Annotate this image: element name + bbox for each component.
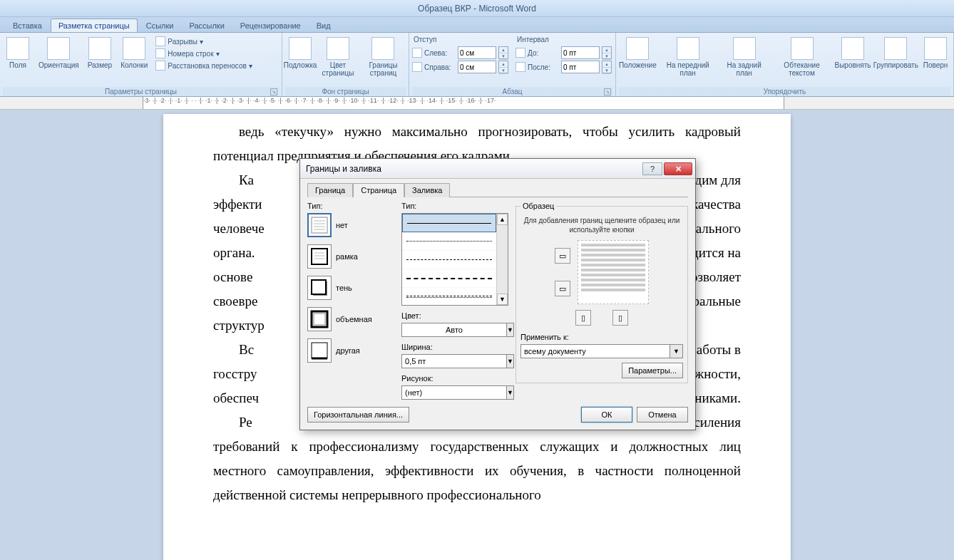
- color-label: Цвет:: [401, 311, 508, 320]
- group-icon: [884, 37, 907, 60]
- size-button[interactable]: Размер: [85, 36, 115, 71]
- tab-review[interactable]: Рецензирование: [233, 19, 308, 32]
- group-page-background: Подложка Цвет страницы Границы страниц Ф…: [282, 33, 409, 96]
- apply-to-combo[interactable]: ▼: [520, 344, 683, 358]
- setting-3d[interactable]: объемная: [307, 307, 394, 331]
- tab-view[interactable]: Вид: [309, 19, 338, 32]
- width-label: Ширина:: [401, 343, 508, 351]
- group-paragraph: Отступ Слева:▲▼ Справа:▲▼ Интервал До:▲▼…: [409, 33, 616, 96]
- chevron-down-icon[interactable]: ▼: [507, 385, 514, 400]
- breaks-icon: [155, 36, 165, 46]
- border-left-button[interactable]: ▯: [575, 310, 591, 326]
- tab-insert[interactable]: Вставка: [6, 19, 49, 32]
- style-option[interactable]: [402, 288, 496, 305]
- tab-references[interactable]: Ссылки: [139, 19, 181, 32]
- columns-button[interactable]: Колонки: [118, 36, 150, 71]
- chevron-down-icon[interactable]: ▼: [670, 344, 683, 358]
- hyphenation-button[interactable]: Расстановка переносов ▾: [153, 60, 254, 71]
- setting-none-icon: [307, 213, 332, 237]
- ribbon-tabs: Вставка Разметка страницы Ссылки Рассылк…: [0, 17, 954, 33]
- preview-legend: Образец: [520, 202, 556, 210]
- group-arrange-label: Упорядочить: [619, 87, 950, 96]
- svg-rect-5: [312, 249, 327, 264]
- svg-rect-0: [312, 217, 327, 233]
- margins-icon: [6, 37, 29, 60]
- setting-none[interactable]: нет: [307, 213, 394, 237]
- watermark-button[interactable]: Подложка: [285, 36, 315, 71]
- chevron-down-icon[interactable]: ▼: [507, 323, 514, 337]
- orientation-button[interactable]: Ориентация: [36, 36, 82, 71]
- page-setup-launcher[interactable]: ↘: [270, 88, 277, 95]
- style-option[interactable]: [402, 269, 496, 288]
- send-back-icon: [733, 37, 756, 60]
- dialog-tab-shading[interactable]: Заливка: [404, 183, 450, 197]
- indent-left-spinner[interactable]: ▲▼: [498, 46, 508, 59]
- page-borders-button[interactable]: Границы страниц: [361, 36, 406, 78]
- group-arrange: Положение На передний план На задний пла…: [616, 33, 954, 96]
- border-top-button[interactable]: ▭: [555, 248, 570, 264]
- text-wrap-button[interactable]: Обтекание текстом: [772, 36, 832, 78]
- line-numbers-button[interactable]: Номера строк ▾: [153, 48, 254, 59]
- preview-page[interactable]: [578, 240, 649, 304]
- options-button[interactable]: Параметры...: [622, 363, 683, 378]
- spacing-before-spinner[interactable]: ▲▼: [602, 46, 612, 59]
- border-bottom-button[interactable]: ▭: [555, 281, 570, 296]
- svg-rect-10: [312, 280, 326, 294]
- cancel-button[interactable]: Отмена: [637, 407, 688, 422]
- tab-mailings[interactable]: Рассылки: [182, 19, 231, 32]
- paragraph-launcher[interactable]: ↘: [604, 88, 611, 95]
- ok-button[interactable]: ОК: [581, 407, 632, 422]
- group-button[interactable]: Группировать: [874, 36, 918, 71]
- send-back-button[interactable]: На задний план: [719, 36, 769, 78]
- breaks-button[interactable]: Разрывы ▾: [153, 36, 254, 47]
- margins-button[interactable]: Поля: [3, 36, 33, 71]
- doc-paragraph[interactable]: требований к профессионализму государств…: [213, 435, 741, 507]
- size-icon: [88, 37, 111, 60]
- tab-page-layout[interactable]: Разметка страницы: [51, 19, 138, 32]
- window-title: Образец ВКР - Microsoft Word: [418, 4, 536, 14]
- dialog-tab-border[interactable]: Граница: [307, 183, 353, 197]
- horizontal-ruler[interactable]: ·3· ·|· ·2· ·|· ·1· ·|· · · ·|· ·1· ·|· …: [0, 97, 954, 110]
- dialog-help-button[interactable]: ?: [642, 162, 662, 175]
- border-color-combo[interactable]: ▼: [401, 323, 508, 337]
- page-color-button[interactable]: Цвет страницы: [318, 36, 358, 78]
- horizontal-line-button[interactable]: Горизонтальная линия...: [307, 407, 409, 422]
- setting-shadow[interactable]: тень: [307, 276, 394, 300]
- border-style-list[interactable]: ▲▼: [401, 213, 508, 306]
- setting-custom-icon: [307, 338, 332, 363]
- position-icon: [626, 37, 649, 60]
- style-list-scrollbar[interactable]: ▲▼: [496, 214, 508, 305]
- dialog-close-button[interactable]: ✕: [664, 162, 692, 175]
- text-wrap-icon: [791, 37, 814, 60]
- border-right-button[interactable]: ▯: [612, 310, 628, 326]
- indent-left-input[interactable]: [458, 46, 496, 59]
- spacing-before-input[interactable]: [561, 46, 600, 59]
- rotate-button[interactable]: Поверн: [920, 36, 950, 71]
- watermark-icon: [289, 37, 312, 60]
- border-art-combo[interactable]: ▼: [401, 385, 508, 400]
- chevron-down-icon[interactable]: ▼: [507, 354, 514, 368]
- style-option[interactable]: [402, 251, 496, 269]
- align-button[interactable]: Выровнять: [834, 36, 871, 71]
- position-button[interactable]: Положение: [619, 36, 657, 71]
- dialog-tab-page[interactable]: Страница: [353, 183, 404, 197]
- indent-right-spinner[interactable]: ▲▼: [498, 61, 508, 73]
- setting-box-icon: [307, 244, 332, 269]
- indent-right-input[interactable]: [458, 61, 496, 73]
- orientation-icon: [47, 37, 70, 60]
- indent-left-icon: [412, 48, 422, 58]
- style-option[interactable]: [402, 232, 496, 251]
- style-label: Тип:: [401, 202, 508, 210]
- borders-shading-dialog: Границы и заливка ? ✕ Граница Страница З…: [299, 158, 696, 430]
- setting-type-label: Тип:: [307, 202, 394, 210]
- border-width-combo[interactable]: ▼: [401, 354, 508, 368]
- bring-front-button[interactable]: На передний план: [660, 36, 717, 78]
- spacing-after-spinner[interactable]: ▲▼: [602, 61, 612, 73]
- setting-box[interactable]: рамка: [307, 244, 394, 269]
- setting-custom[interactable]: другая: [307, 338, 394, 363]
- align-icon: [841, 37, 864, 60]
- dialog-titlebar[interactable]: Границы и заливка ? ✕: [300, 159, 695, 179]
- indent-heading: Отступ: [412, 36, 508, 45]
- spacing-after-input[interactable]: [561, 61, 600, 73]
- style-solid[interactable]: [402, 214, 496, 232]
